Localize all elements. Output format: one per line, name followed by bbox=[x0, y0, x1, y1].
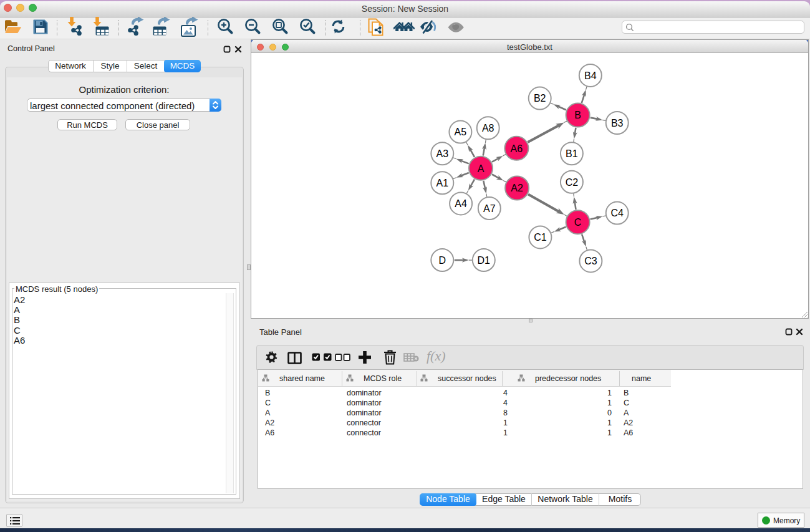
svg-text:A7: A7 bbox=[483, 203, 496, 214]
svg-text:B2: B2 bbox=[534, 93, 546, 104]
svg-text:A8: A8 bbox=[482, 123, 494, 133]
svg-text:A5: A5 bbox=[455, 127, 467, 137]
svg-text:B3: B3 bbox=[611, 118, 624, 128]
svg-text:C3: C3 bbox=[584, 256, 597, 266]
svg-text:C: C bbox=[574, 217, 582, 228]
svg-text:B4: B4 bbox=[584, 70, 597, 81]
svg-text:B1: B1 bbox=[566, 148, 578, 159]
svg-text:D: D bbox=[439, 255, 446, 266]
svg-text:A3: A3 bbox=[436, 148, 449, 159]
svg-text:A1: A1 bbox=[436, 178, 449, 188]
svg-text:C2: C2 bbox=[566, 177, 579, 188]
svg-text:A2: A2 bbox=[511, 183, 523, 193]
svg-text:D1: D1 bbox=[478, 255, 491, 266]
svg-text:A: A bbox=[478, 163, 485, 174]
svg-text:C1: C1 bbox=[534, 232, 547, 243]
svg-text:A6: A6 bbox=[511, 143, 523, 154]
svg-text:C4: C4 bbox=[610, 208, 624, 218]
svg-text:B: B bbox=[574, 110, 581, 120]
svg-text:A4: A4 bbox=[455, 198, 467, 209]
